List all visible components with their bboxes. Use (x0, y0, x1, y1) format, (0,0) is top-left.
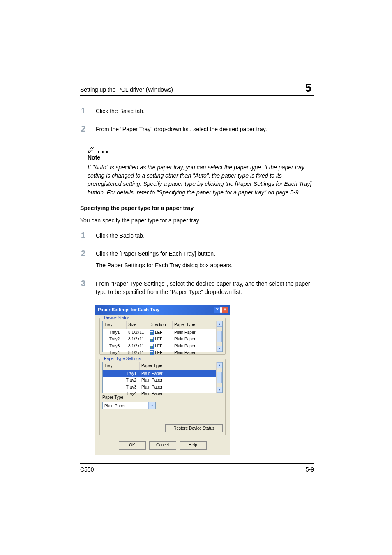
titlebar-close-button[interactable]: × (221, 307, 228, 313)
dialog-body: Device Status Tray Size Direction Paper … (95, 314, 230, 455)
step-1-top: 1 Click the Basic tab. (80, 106, 314, 118)
group-label: Device Status (102, 315, 131, 321)
step-number: 1 (80, 106, 96, 118)
main-content: 1 Click the Basic tab. 2 From the "Paper… (80, 86, 314, 455)
note-head: ... (88, 143, 314, 153)
scroll-thumb[interactable] (217, 331, 222, 342)
list-row[interactable]: Tray3 Plain Paper (103, 384, 222, 391)
dialog-button-row: OK Cancel HelpHelp (99, 439, 226, 451)
list-row[interactable]: Tray3 8 1/2x11 LEF Plain Paper (103, 343, 222, 350)
document-page: Setting up the PCL driver (Windows) 5 1 … (0, 0, 392, 555)
paper-type-settings-group: PPaper Type Settingsaper Type Settings T… (99, 359, 226, 435)
dialog-screenshot: Paper Settings for Each Tray ? × Device … (95, 305, 314, 455)
restore-device-status-button[interactable]: Restore Device Status (165, 424, 223, 433)
col-tray: Tray (103, 362, 140, 370)
col-papertype: Paper Type (140, 362, 222, 370)
scroll-up-icon[interactable]: ▴ (217, 321, 222, 327)
list-row-selected[interactable]: Tray1 Plain Paper (103, 370, 222, 377)
footer-rule (80, 463, 314, 464)
step-text-followup: The Paper Settings for Each Tray dialog … (96, 261, 314, 269)
step-number: 2 (80, 124, 96, 136)
step-text: From "Paper Type Settings", select the d… (96, 280, 314, 296)
header-rule (80, 95, 314, 96)
col-papertype: Paper Type (173, 321, 222, 329)
note-body: If "Auto" is specified as the paper tray… (88, 163, 314, 197)
titlebar-help-button[interactable]: ? (214, 307, 221, 313)
step-1-bottom: 1 Click the Basic tab. (80, 231, 314, 243)
step-body: Click the [Paper Settings for Each Tray]… (96, 249, 314, 273)
scroll-down-icon[interactable]: ▾ (217, 387, 222, 393)
step-text: Click the Basic tab. (96, 107, 314, 115)
step-number: 1 (80, 231, 96, 243)
list-header: Tray Size Direction Paper Type (103, 321, 222, 329)
scrollbar[interactable]: ▴ ▾ (216, 362, 222, 393)
note-dots-icon: ... (97, 147, 110, 153)
list-row[interactable]: Tray4 8 1/2x11 LEF Plain Paper (103, 349, 222, 356)
chevron-down-icon[interactable]: ▾ (148, 402, 155, 409)
dialog-titlebar: Paper Settings for Each Tray ? × (95, 305, 230, 314)
note-block: ... Note If "Auto" is specified as the p… (88, 143, 314, 197)
pencil-icon (88, 143, 95, 153)
col-direction: Direction (148, 321, 173, 329)
paper-settings-dialog: Paper Settings for Each Tray ? × Device … (95, 305, 230, 455)
footer-page-number: 5-9 (306, 466, 314, 473)
step-body: Click the Basic tab. (96, 106, 314, 118)
paper-type-list[interactable]: Tray Paper Type Tray1 Plain Paper Tray2 … (102, 362, 223, 393)
chapter-number: 5 (290, 82, 314, 96)
orientation-icon (150, 350, 154, 355)
scrollbar[interactable]: ▴ ▾ (216, 321, 222, 352)
ok-button[interactable]: OK (119, 441, 146, 450)
step-text: Click the Basic tab. (96, 231, 314, 240)
cancel-button[interactable]: Cancel (149, 441, 176, 450)
step-text: From the "Paper Tray" drop-down list, se… (96, 125, 314, 133)
list-row[interactable]: Tray2 Plain Paper (103, 377, 222, 384)
col-size: Size (127, 321, 148, 329)
col-tray: Tray (103, 321, 127, 329)
dropdown-value: Plain Paper (103, 402, 148, 409)
section-intro: You can specify the paper type for a pap… (80, 216, 314, 224)
dialog-title: Paper Settings for Each Tray (98, 307, 213, 313)
list-header: Tray Paper Type (103, 362, 222, 370)
list-row[interactable]: Tray2 8 1/2x11 LEF Plain Paper (103, 336, 222, 343)
step-text: Click the [Paper Settings for Each Tray]… (96, 250, 314, 258)
section-heading: Specifying the paper type for a paper tr… (80, 204, 314, 212)
group-label: PPaper Type Settingsaper Type Settings (102, 356, 143, 362)
orientation-icon (150, 330, 154, 335)
step-body: From the "Paper Tray" drop-down list, se… (96, 124, 314, 136)
step-2-bottom: 2 Click the [Paper Settings for Each Tra… (80, 249, 314, 273)
footer-model: C550 (80, 466, 94, 473)
step-body: Click the Basic tab. (96, 231, 314, 243)
device-status-list[interactable]: Tray Size Direction Paper Type Tray1 8 1… (102, 321, 223, 352)
orientation-icon (150, 337, 154, 342)
scroll-thumb[interactable] (217, 372, 222, 383)
note-title: Note (88, 153, 314, 162)
running-header-title: Setting up the PCL driver (Windows) (80, 86, 173, 93)
orientation-icon (150, 344, 154, 349)
step-number: 3 (80, 279, 96, 300)
step-3-bottom: 3 From "Paper Type Settings", select the… (80, 279, 314, 300)
help-button[interactable]: HelpHelp (180, 441, 207, 450)
paper-type-dropdown[interactable]: Plain Paper ▾ (102, 402, 156, 409)
scroll-up-icon[interactable]: ▴ (217, 362, 222, 368)
step-2-top: 2 From the "Paper Tray" drop-down list, … (80, 124, 314, 136)
step-number: 2 (80, 249, 96, 273)
list-row[interactable]: Tray1 8 1/2x11 LEF Plain Paper (103, 329, 222, 336)
scroll-down-icon[interactable]: ▾ (217, 346, 222, 352)
device-status-group: Device Status Tray Size Direction Paper … (99, 318, 226, 355)
list-row[interactable]: Tray4 Plain Paper (103, 391, 222, 398)
step-body: From "Paper Type Settings", select the d… (96, 279, 314, 300)
